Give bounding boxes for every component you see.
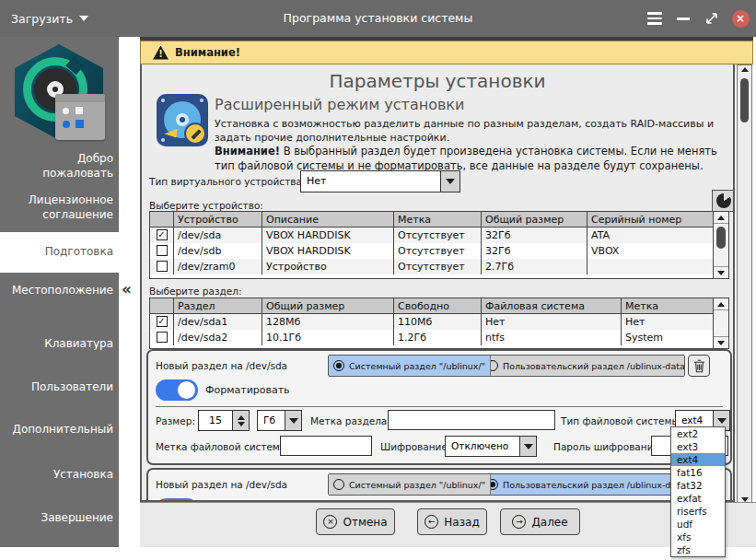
fs-option[interactable]: exfat (671, 492, 725, 505)
maximize-button[interactable] (702, 8, 722, 29)
table-row[interactable]: ✓ /dev/sda2 10.1Гб 1.2Гб ntfs System (150, 330, 728, 345)
virtual-device-select[interactable]: Нет (300, 170, 460, 192)
partition-select-label: Выберите раздел: (149, 286, 241, 297)
table-row[interactable]: ✓ /dev/sdb VBOX HARDDISK Отсутствует 32Г… (150, 243, 728, 259)
sidebar-item-license[interactable]: Лицензионное соглашение (5, 193, 113, 222)
fs-label-input[interactable] (280, 436, 372, 456)
chevron-down-icon[interactable] (440, 170, 460, 192)
collapse-sidebar-button[interactable]: « (122, 280, 132, 298)
sidebar-collapse-strip: « (119, 37, 140, 560)
device-table: Устройство Описание Метка Общий размер С… (149, 211, 729, 279)
close-icon: × (732, 10, 750, 28)
menu-button[interactable] (645, 8, 665, 29)
scroll-thumb[interactable] (740, 78, 749, 122)
next-button[interactable]: → Далее (500, 508, 580, 535)
pencil-badge-icon (184, 122, 206, 145)
editor-divider (156, 406, 723, 407)
fs-option[interactable]: zfs (671, 543, 725, 556)
section-description: Установка с возможностью разделить данны… (215, 118, 719, 145)
scroll-up-icon[interactable] (714, 212, 728, 224)
sidebar-item-users[interactable]: Пользователи (5, 380, 113, 395)
row-checkbox[interactable]: ✓ (157, 245, 168, 256)
radio-system-partition[interactable]: Системный раздел "/ublinux/" (329, 474, 491, 495)
installer-window: Загрузить Программа установки системы × (0, 0, 756, 560)
minimize-icon (677, 18, 690, 20)
maximize-icon (704, 11, 719, 26)
fs-option[interactable]: ext4 (671, 453, 725, 466)
scroll-down-icon[interactable] (714, 336, 728, 348)
fs-option[interactable]: ext2 (671, 427, 725, 440)
sidebar-item-finish[interactable]: Завершение (5, 511, 113, 526)
window-title: Программа установки системы (0, 11, 756, 25)
disk-usage-button[interactable] (712, 190, 735, 212)
virtual-device-label: Тип виртуального устройства: (149, 176, 305, 187)
size-unit-select[interactable]: Гб (257, 410, 302, 431)
partition-table-scrollbar[interactable] (713, 298, 728, 348)
radio-user-label: Пользовательский раздел /ublinux-data/ (503, 361, 684, 371)
fs-label-label: Метка файловой системы: (156, 441, 291, 452)
sidebar-item-location[interactable]: Местоположение (5, 284, 113, 298)
row-checkbox[interactable]: ✓ (157, 316, 168, 327)
scroll-down-icon[interactable] (714, 266, 728, 278)
cancel-icon: × (323, 515, 337, 529)
device-select-label: Выберите устройство: (149, 200, 263, 211)
encryption-value: Отключено (445, 436, 519, 457)
window-controls: × (645, 0, 750, 37)
row-checkbox[interactable]: ✓ (157, 332, 168, 343)
table-row[interactable]: ✓ /dev/zram0 Устройство Отсутствует 2.7Г… (150, 259, 728, 274)
device-table-scrollbar[interactable] (713, 212, 728, 278)
radio-icon (333, 479, 344, 490)
minimize-button[interactable] (673, 8, 693, 29)
new-partition-label: Новый раздел на /dev/sda (156, 479, 287, 490)
fs-option[interactable]: riserfs (671, 505, 725, 518)
sidebar-item-keyboard[interactable]: Клавиатура (5, 337, 113, 352)
encryption-password-label: Пароль шифрования (553, 441, 659, 452)
size-input[interactable]: 15 (198, 410, 233, 431)
next-button-label: Далее (531, 516, 567, 529)
radio-user-partition[interactable]: Пользовательский раздел /ublinux-data/ (491, 474, 684, 495)
fs-option[interactable]: ext3 (671, 440, 725, 453)
close-button[interactable]: × (730, 8, 750, 29)
radio-icon (491, 479, 498, 490)
size-stepper[interactable] (233, 410, 250, 431)
row-checkbox[interactable]: ✓ (157, 229, 168, 240)
fs-option[interactable]: fat32 (671, 479, 725, 492)
back-button[interactable]: ← Назад (417, 508, 487, 535)
partition-editor-1: Новый раздел на /dev/sda Системный разде… (146, 349, 732, 465)
format-toggle[interactable] (156, 379, 198, 401)
partition-label-input[interactable] (388, 410, 555, 430)
delete-partition-button[interactable] (688, 355, 710, 377)
fs-option[interactable]: xfs (671, 531, 725, 543)
fs-type-label: Тип файловой системы: (561, 415, 682, 426)
next-icon: → (512, 515, 526, 529)
encryption-label: Шифрование: (380, 441, 450, 452)
chevron-down-icon[interactable] (285, 410, 302, 431)
sidebar-item-installation[interactable]: Установка (5, 468, 113, 483)
table-row[interactable]: ✓ /dev/sda1 128Мб 110Мб Нет Нет (150, 314, 728, 330)
row-checkbox[interactable]: ✓ (157, 261, 168, 272)
main-scrollbar[interactable] (737, 64, 752, 505)
sidebar-item-welcome[interactable]: Добро пожаловать (5, 152, 113, 181)
radio-user-partition[interactable]: Пользовательский раздел /ublinux-data/ (491, 356, 684, 376)
radio-icon (333, 360, 344, 371)
partition-table-header: Раздел Общий размер Свободно Файловая си… (150, 298, 728, 314)
device-table-header: Устройство Описание Метка Общий размер С… (150, 212, 728, 228)
radio-system-partition[interactable]: Системный раздел "/ublinux/" (329, 356, 491, 376)
scroll-up-icon[interactable] (714, 298, 728, 310)
sidebar-item-preparation[interactable]: Подготовка (0, 232, 119, 273)
hamburger-icon (647, 12, 662, 25)
titlebar: Загрузить Программа установки системы × (0, 0, 756, 37)
table-row[interactable]: ✓ /dev/sda VBOX HARDDISK Отсутствует 32Г… (150, 228, 728, 243)
footer: × Отмена ← Назад → Далее (140, 502, 756, 547)
check-icon: ✓ (157, 317, 167, 326)
chevron-down-icon[interactable] (519, 436, 537, 457)
partition-label-label: Метка раздела: (310, 415, 390, 426)
cancel-button[interactable]: × Отмена (316, 508, 395, 535)
fs-option[interactable]: udf (671, 518, 725, 531)
warning-icon: ! (153, 46, 169, 60)
scroll-up-icon[interactable] (738, 67, 751, 72)
scroll-thumb[interactable] (716, 227, 726, 249)
encryption-select[interactable]: Отключено (445, 436, 537, 457)
fs-option[interactable]: fat16 (671, 466, 725, 479)
sidebar-item-additional[interactable]: Дополнительный (5, 423, 113, 438)
